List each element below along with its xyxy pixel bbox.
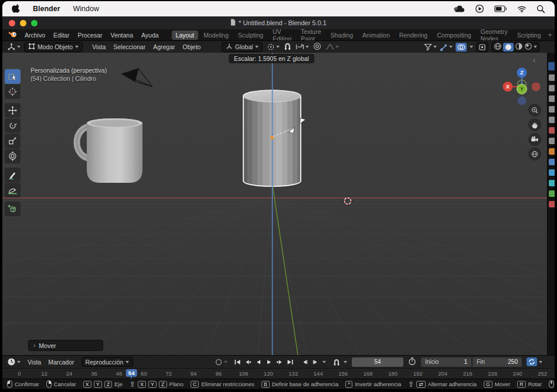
transform-orientation-selector[interactable]: Global [222,42,263,52]
shading-solid-button[interactable] [503,43,514,52]
window-titlebar[interactable]: * Untitled.blend - Blender 5.0.1 [2,16,555,29]
zoom-icon[interactable] [528,104,541,117]
properties-tab-icon-1[interactable] [549,85,555,91]
close-window-button[interactable] [9,20,15,26]
properties-tab-icon-2[interactable] [549,96,555,102]
playback-menu[interactable]: Reproducción [81,357,134,367]
camera-view-icon[interactable] [528,133,541,146]
timeline-editor-type-button[interactable] [7,357,21,366]
editor-type-button[interactable] [7,43,21,51]
add-cube-tool-button[interactable] [5,202,21,216]
viewport-menu-agregar[interactable]: Agregar [153,43,175,50]
workspace-tab-scripting[interactable]: Scripting [513,30,545,40]
apple-menu-icon[interactable] [12,4,20,15]
operator-panel[interactable]: › Mover [28,340,103,351]
mode-selector[interactable]: Modo Objeto [24,42,83,52]
proportional-editing-icon[interactable] [313,42,321,52]
wifi-icon[interactable] [517,5,527,13]
menu-procesar[interactable]: Procesar [77,32,102,39]
snap-magnet-icon[interactable] [284,42,291,52]
workspace-tab-animation[interactable]: Animation [358,30,394,40]
play-button[interactable] [264,357,274,367]
current-frame-field[interactable]: 54 [352,357,403,367]
transform-tool-button[interactable] [5,149,21,163]
workspace-tab-layout[interactable]: Layout [172,30,199,40]
play-circle-icon[interactable] [475,4,484,13]
properties-tab-icon-0[interactable] [549,74,555,81]
jump-end-button[interactable] [285,357,295,367]
viewport-menu-objeto[interactable]: Objeto [183,43,201,50]
blender-logo-icon[interactable] [8,30,18,39]
rotate-tool-button[interactable] [5,118,21,133]
timeline-menu-marcador[interactable]: Marcador [48,359,74,366]
properties-tab-icon-12[interactable] [549,201,555,207]
cursor-tool-button[interactable] [5,84,21,99]
battery-icon[interactable] [494,5,507,12]
timeline-snap-magnet-icon[interactable] [331,357,341,367]
timeline-ruler[interactable]: 0122436486072849610812013214415616818019… [2,368,555,379]
shading-wireframe-button[interactable] [494,42,502,52]
viewport-3d[interactable]: Escalar: 1.5905 en Z global Personalizad… [2,53,555,355]
properties-tab-icon-10[interactable] [549,180,555,186]
pan-hand-icon[interactable] [528,118,541,131]
properties-tab-icon-5[interactable] [549,127,555,134]
menu-ayuda[interactable]: Ayuda [141,32,159,39]
properties-tab-icon-11[interactable] [549,190,555,197]
properties-tab-icon-9[interactable] [549,169,555,176]
frame-end-field[interactable]: Fin 250 [473,357,522,367]
properties-editor-strip[interactable] [547,53,555,355]
shading-rendered-button[interactable] [524,42,532,52]
workspace-tab-modeling[interactable]: Modeling [199,30,233,40]
macos-window-menu[interactable]: Window [73,5,99,13]
jump-start-button[interactable] [232,357,242,367]
workspace-tab-rendering[interactable]: Rendering [395,30,432,40]
next-keyframe-button[interactable] [274,357,284,367]
cloud-icon[interactable] [454,5,465,13]
search-icon[interactable] [536,5,545,13]
annotate-tool-button[interactable] [5,168,21,182]
properties-tab-icon-4[interactable] [549,117,555,123]
properties-active-tab-sliver[interactable] [548,62,555,70]
scale-tool-button[interactable] [5,134,21,148]
gizmo-axis-neg-x[interactable] [532,83,541,91]
shading-material-button[interactable] [515,42,523,52]
frame-start-field[interactable]: Inicio 1 [421,357,471,367]
prev-keyframe-button[interactable] [243,357,253,367]
playhead-current-frame[interactable]: 54 [126,369,137,377]
frame-back-button[interactable] [300,357,310,367]
pivot-point-button[interactable] [267,43,280,51]
add-workspace-button[interactable]: + [545,31,555,39]
projection-toggle-icon[interactable] [528,148,541,161]
workspace-tab-shading[interactable]: Shading [327,30,358,40]
maximize-window-button[interactable] [31,20,38,26]
properties-tab-icon-3[interactable] [549,106,555,113]
auto-keying-button[interactable] [215,358,227,366]
timeline-menu-vista[interactable]: Vista [28,359,41,366]
properties-tab-icon-8[interactable] [549,159,555,165]
xray-toggle-button[interactable] [476,42,488,52]
frame-forward-button[interactable] [310,357,320,367]
menu-editar[interactable]: Editar [53,32,69,39]
menu-archivo[interactable]: Archivo [25,32,45,39]
properties-tab-icon-7[interactable] [549,148,555,155]
sidebar-collapse-icon[interactable]: ‹ [533,56,535,64]
snap-target-button[interactable] [296,43,309,50]
playback-sync-button[interactable] [527,357,542,366]
viewport-menu-seleccionar[interactable]: Seleccionar [113,43,145,50]
macos-app-menu[interactable]: Blender [33,5,60,13]
gizmo-axis-neg-z[interactable] [518,97,527,105]
overlays-toggle-button[interactable] [456,43,467,52]
viewport-menu-vista[interactable]: Vista [92,43,106,50]
menu-ventana[interactable]: Ventana [110,32,133,39]
workspace-tab-compositing[interactable]: Compositing [433,30,475,40]
stopwatch-icon[interactable] [408,357,416,367]
play-reverse-button[interactable] [253,357,263,367]
falloff-curve-button[interactable] [325,43,339,50]
filter-visibility-button[interactable] [424,43,437,51]
minimize-window-button[interactable] [20,20,26,26]
tweak-select-tool-button[interactable] [5,69,21,84]
measure-tool-button[interactable] [5,183,21,197]
move-tool-button[interactable] [5,103,21,118]
properties-tab-icon-6[interactable] [549,138,555,144]
workspace-tab-sculpting[interactable]: Sculpting [234,30,267,40]
